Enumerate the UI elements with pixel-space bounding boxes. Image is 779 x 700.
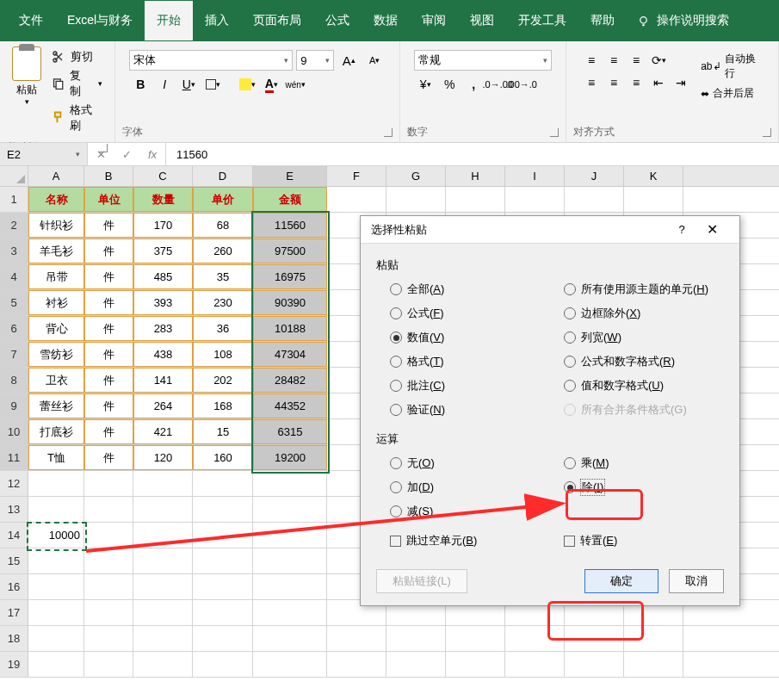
cell-B5[interactable]: 件 xyxy=(84,290,133,315)
cell-J18[interactable] xyxy=(565,626,624,651)
cell-E13[interactable] xyxy=(253,497,327,522)
cell-A4[interactable]: 吊带 xyxy=(28,264,84,289)
cell-C16[interactable] xyxy=(133,574,193,599)
row-header-11[interactable]: 11 xyxy=(0,445,28,470)
radio-op-add[interactable]: 加(D) xyxy=(390,480,550,495)
check-transpose[interactable]: 转置(E) xyxy=(550,533,724,548)
cell-A7[interactable]: 雪纺衫 xyxy=(28,342,84,367)
fx-icon[interactable]: fx xyxy=(139,148,165,161)
cell-A11[interactable]: T恤 xyxy=(28,445,84,470)
decrease-indent-icon[interactable]: ⇤ xyxy=(647,72,670,93)
cell-D8[interactable]: 202 xyxy=(193,368,253,393)
cell-B7[interactable]: 件 xyxy=(84,342,133,367)
cell-B18[interactable] xyxy=(84,626,133,651)
cell-E6[interactable]: 10188 xyxy=(253,316,327,341)
cell-B12[interactable] xyxy=(84,471,133,496)
cell-D1[interactable]: 单价 xyxy=(193,187,253,212)
bold-button[interactable]: B xyxy=(129,74,151,95)
cell-B17[interactable] xyxy=(84,600,133,625)
col-header-B[interactable]: B xyxy=(84,166,133,186)
cell-E4[interactable]: 16975 xyxy=(253,264,327,289)
row-header-18[interactable]: 18 xyxy=(0,626,28,651)
underline-button[interactable]: U▾ xyxy=(177,74,200,95)
col-header-A[interactable]: A xyxy=(28,166,84,186)
row-header-14[interactable]: 14 xyxy=(0,523,28,548)
row-header-8[interactable]: 8 xyxy=(0,368,28,393)
align-center-icon[interactable]: ≡ xyxy=(603,72,625,93)
font-color-button[interactable]: A▾ xyxy=(260,74,282,95)
cell-B15[interactable] xyxy=(84,548,133,573)
radio-theme[interactable]: 所有使用源主题的单元(H) xyxy=(564,282,724,297)
cell-C9[interactable]: 264 xyxy=(133,393,193,418)
number-dialog-launcher[interactable] xyxy=(550,128,559,137)
cell-E3[interactable]: 97500 xyxy=(253,238,327,263)
cell-D5[interactable]: 230 xyxy=(193,290,253,315)
cell-D2[interactable]: 68 xyxy=(193,213,253,238)
cell-I18[interactable] xyxy=(505,626,565,651)
accounting-format-button[interactable]: ¥▾ xyxy=(414,74,436,95)
cell-B8[interactable]: 件 xyxy=(84,368,133,393)
copy-button[interactable]: 复制▾ xyxy=(48,67,106,100)
paste-button[interactable]: 粘贴 ▾ xyxy=(7,45,46,138)
cell-E5[interactable]: 90390 xyxy=(253,290,327,315)
font-size-combo[interactable]: 9▾ xyxy=(296,50,334,71)
formula-bar-input[interactable]: 11560 xyxy=(166,143,779,165)
cell-F1[interactable] xyxy=(327,187,386,212)
tab-developer[interactable]: 开发工具 xyxy=(506,1,578,40)
cell-D16[interactable] xyxy=(193,574,253,599)
align-middle-icon[interactable]: ≡ xyxy=(603,50,625,71)
cell-C4[interactable]: 485 xyxy=(133,264,193,289)
radio-comments[interactable]: 批注(C) xyxy=(390,378,550,393)
cell-K19[interactable] xyxy=(624,652,683,677)
cell-D11[interactable]: 160 xyxy=(193,445,253,470)
cell-A5[interactable]: 衬衫 xyxy=(28,290,84,315)
wrap-text-button[interactable]: ab↲自动换行 xyxy=(699,50,764,83)
cell-C13[interactable] xyxy=(133,497,193,522)
cell-D12[interactable] xyxy=(193,471,253,496)
border-button[interactable]: ▾ xyxy=(201,74,224,95)
tab-help[interactable]: 帮助 xyxy=(578,1,627,40)
row-header-5[interactable]: 5 xyxy=(0,290,28,315)
cell-E15[interactable] xyxy=(253,548,327,573)
cancel-button[interactable]: 取消 xyxy=(669,569,724,593)
tab-page-layout[interactable]: 页面布局 xyxy=(241,1,313,40)
cell-G19[interactable] xyxy=(386,652,446,677)
cell-D17[interactable] xyxy=(193,600,253,625)
cell-E10[interactable]: 6315 xyxy=(253,419,327,444)
radio-all[interactable]: 全部(A) xyxy=(390,282,550,297)
cell-A12[interactable] xyxy=(28,471,84,496)
row-header-19[interactable]: 19 xyxy=(0,652,28,677)
tab-data[interactable]: 数据 xyxy=(362,1,410,40)
cell-A8[interactable]: 卫衣 xyxy=(28,368,84,393)
check-skip-blanks[interactable]: 跳过空单元(B) xyxy=(376,533,550,548)
cell-E18[interactable] xyxy=(253,626,327,651)
ok-button[interactable]: 确定 xyxy=(584,569,658,593)
cell-F19[interactable] xyxy=(327,652,386,677)
col-header-C[interactable]: C xyxy=(133,166,193,186)
row-header-1[interactable]: 1 xyxy=(0,187,28,212)
col-header-J[interactable]: J xyxy=(565,166,624,186)
radio-col-width[interactable]: 列宽(W) xyxy=(564,330,724,345)
radio-formulas[interactable]: 公式(F) xyxy=(390,306,550,321)
cell-D7[interactable]: 108 xyxy=(193,342,253,367)
font-dialog-launcher[interactable] xyxy=(384,128,393,137)
search-tell-me[interactable]: 操作说明搜索 xyxy=(637,13,729,28)
font-name-combo[interactable]: 宋体▾ xyxy=(129,50,293,71)
tab-view[interactable]: 视图 xyxy=(458,1,506,40)
tab-home[interactable]: 开始 xyxy=(145,1,193,40)
cell-E2[interactable]: 11560 xyxy=(253,213,327,238)
cell-A13[interactable] xyxy=(28,497,84,522)
cell-K1[interactable] xyxy=(624,187,683,212)
phonetic-button[interactable]: wén▾ xyxy=(284,74,306,95)
row-header-15[interactable]: 15 xyxy=(0,548,28,573)
cell-B9[interactable]: 件 xyxy=(84,393,133,418)
cell-A15[interactable] xyxy=(28,548,84,573)
cell-K18[interactable] xyxy=(624,626,683,651)
cell-A3[interactable]: 羊毛衫 xyxy=(28,238,84,263)
enter-formula-icon[interactable]: ✓ xyxy=(114,148,139,161)
col-header-E[interactable]: E xyxy=(253,166,327,186)
fill-color-button[interactable]: ▾ xyxy=(236,74,258,95)
cell-B14[interactable] xyxy=(84,523,133,548)
cell-A18[interactable] xyxy=(28,626,84,651)
cell-C15[interactable] xyxy=(133,548,193,573)
